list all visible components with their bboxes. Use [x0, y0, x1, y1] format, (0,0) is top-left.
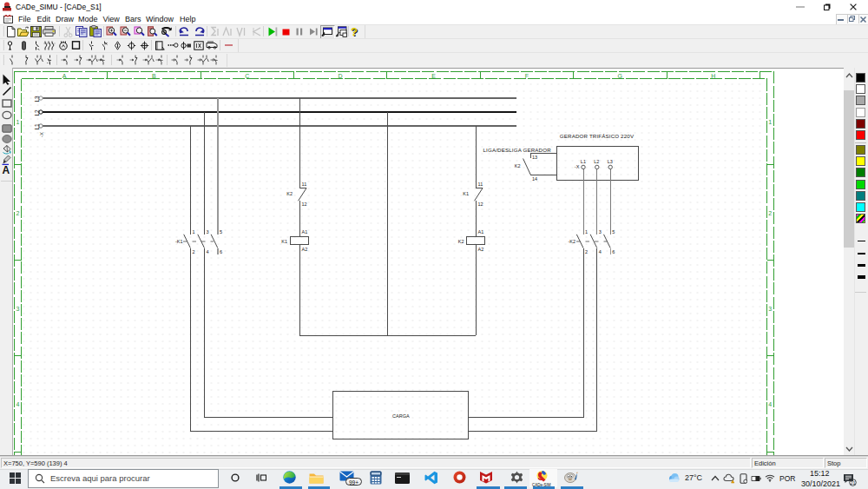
svg-text:K2: K2 — [515, 163, 521, 169]
svg-text:A2: A2 — [302, 247, 308, 252]
svg-text:12: 12 — [478, 202, 483, 207]
svg-text:G: G — [618, 73, 622, 79]
svg-text:K2: K2 — [286, 191, 293, 196]
svg-text:A: A — [62, 73, 67, 79]
svg-text:K2: K2 — [458, 239, 464, 244]
svg-text:H: H — [711, 73, 715, 79]
svg-text:D: D — [339, 73, 343, 79]
svg-text:B: B — [152, 73, 156, 79]
svg-text:A1: A1 — [302, 229, 308, 235]
svg-text:1: 1 — [192, 229, 194, 235]
svg-text:F: F — [525, 73, 529, 79]
svg-text:L3: L3 — [34, 96, 40, 102]
svg-text:L3: L3 — [608, 159, 613, 164]
svg-text:2: 2 — [768, 210, 772, 216]
svg-text:CARGA: CARGA — [392, 413, 410, 419]
svg-text:K1: K1 — [463, 191, 469, 196]
svg-text:-K1: -K1 — [175, 239, 183, 244]
svg-text:12: 12 — [302, 202, 307, 207]
svg-text:6: 6 — [220, 249, 222, 254]
svg-text:3: 3 — [16, 306, 20, 312]
svg-text:C: C — [245, 73, 249, 79]
svg-text:6: 6 — [612, 249, 615, 254]
svg-text:L1: L1 — [34, 123, 40, 130]
svg-text:4: 4 — [599, 249, 602, 254]
svg-text:L2: L2 — [594, 159, 599, 164]
svg-text:4: 4 — [16, 401, 20, 407]
svg-text:5: 5 — [612, 229, 615, 235]
svg-text:A2: A2 — [478, 247, 484, 252]
svg-text:4: 4 — [768, 401, 772, 407]
svg-text:14: 14 — [532, 176, 537, 182]
svg-text:LIGA/DESLIGA GERADOR: LIGA/DESLIGA GERADOR — [483, 147, 552, 153]
svg-text:-K2: -K2 — [568, 239, 575, 244]
svg-text:GERADOR TRIFÁSICO 220V: GERADOR TRIFÁSICO 220V — [560, 133, 635, 139]
svg-text:3: 3 — [599, 229, 602, 235]
svg-text:1: 1 — [16, 119, 20, 125]
svg-text:E: E — [431, 73, 436, 79]
svg-text:11: 11 — [478, 182, 483, 187]
svg-text:3: 3 — [207, 229, 209, 235]
svg-text:L1: L1 — [581, 159, 586, 164]
svg-text:13: 13 — [532, 155, 537, 160]
svg-text:L2: L2 — [34, 109, 40, 116]
svg-text:A1: A1 — [478, 229, 484, 235]
svg-text:1: 1 — [768, 119, 772, 125]
svg-text:5: 5 — [220, 229, 222, 235]
svg-text:11: 11 — [302, 182, 307, 187]
svg-text:K1: K1 — [281, 239, 287, 244]
svg-text:4: 4 — [207, 249, 209, 254]
svg-text:-X: -X — [575, 164, 580, 169]
svg-text:3: 3 — [768, 306, 772, 312]
svg-text:2: 2 — [16, 210, 20, 216]
svg-text:-X: -X — [39, 132, 44, 137]
svg-text:2: 2 — [192, 249, 194, 254]
svg-text:1: 1 — [585, 229, 588, 235]
svg-text:2: 2 — [585, 249, 588, 254]
